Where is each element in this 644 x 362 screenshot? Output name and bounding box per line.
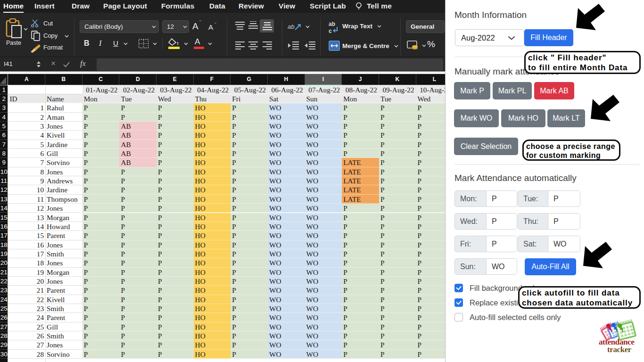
svg-text:c: c [329,28,332,34]
svg-text:ab: ab [329,21,335,27]
svg-text:ab: ab [288,23,294,30]
